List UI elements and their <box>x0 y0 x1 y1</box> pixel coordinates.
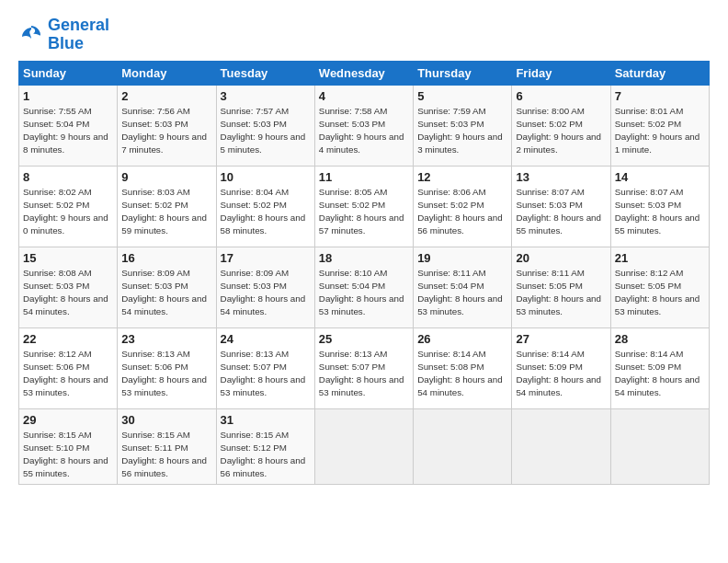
table-row: 7Sunrise: 8:01 AMSunset: 5:02 PMDaylight… <box>610 85 709 166</box>
col-saturday: Saturday <box>610 61 709 85</box>
table-row: 23Sunrise: 8:13 AMSunset: 5:06 PMDayligh… <box>118 327 216 408</box>
day-number: 15 <box>23 251 113 265</box>
page: General Blue Sunday Monday Tuesday Wedne… <box>0 0 728 563</box>
table-row: 29Sunrise: 8:15 AMSunset: 5:10 PMDayligh… <box>19 408 118 485</box>
day-number: 19 <box>417 251 507 265</box>
day-info: Sunrise: 8:03 AMSunset: 5:02 PMDaylight:… <box>121 186 211 238</box>
table-row: 8Sunrise: 8:02 AMSunset: 5:02 PMDaylight… <box>19 166 118 247</box>
calendar-table: Sunday Monday Tuesday Wednesday Thursday… <box>18 61 710 486</box>
day-number: 10 <box>221 170 311 184</box>
col-sunday: Sunday <box>19 61 118 85</box>
table-row: 22Sunrise: 8:12 AMSunset: 5:06 PMDayligh… <box>19 327 118 408</box>
day-number: 7 <box>615 89 705 103</box>
day-info: Sunrise: 8:00 AMSunset: 5:02 PMDaylight:… <box>516 105 606 157</box>
table-row <box>610 408 709 485</box>
day-number: 11 <box>319 170 409 184</box>
day-number: 26 <box>417 332 507 346</box>
calendar-week-row: 29Sunrise: 8:15 AMSunset: 5:10 PMDayligh… <box>19 408 710 485</box>
day-number: 30 <box>121 413 211 427</box>
day-info: Sunrise: 8:15 AMSunset: 5:11 PMDaylight:… <box>121 429 211 481</box>
table-row: 31Sunrise: 8:15 AMSunset: 5:12 PMDayligh… <box>216 408 314 485</box>
day-info: Sunrise: 8:08 AMSunset: 5:03 PMDaylight:… <box>23 267 113 319</box>
day-info: Sunrise: 7:59 AMSunset: 5:03 PMDaylight:… <box>417 105 507 157</box>
day-number: 4 <box>319 89 409 103</box>
day-info: Sunrise: 8:13 AMSunset: 5:06 PMDaylight:… <box>121 348 211 400</box>
calendar-header-row: Sunday Monday Tuesday Wednesday Thursday… <box>19 61 710 85</box>
table-row: 6Sunrise: 8:00 AMSunset: 5:02 PMDaylight… <box>512 85 610 166</box>
day-info: Sunrise: 8:13 AMSunset: 5:07 PMDaylight:… <box>221 348 311 400</box>
table-row: 21Sunrise: 8:12 AMSunset: 5:05 PMDayligh… <box>610 247 709 327</box>
table-row: 10Sunrise: 8:04 AMSunset: 5:02 PMDayligh… <box>216 166 314 247</box>
day-info: Sunrise: 8:05 AMSunset: 5:02 PMDaylight:… <box>319 186 409 238</box>
day-number: 5 <box>417 89 507 103</box>
logo: General Blue <box>18 17 109 53</box>
day-info: Sunrise: 8:04 AMSunset: 5:02 PMDaylight:… <box>221 186 311 238</box>
day-number: 27 <box>516 332 606 346</box>
day-number: 1 <box>23 89 113 103</box>
table-row: 14Sunrise: 8:07 AMSunset: 5:03 PMDayligh… <box>610 166 709 247</box>
logo-icon <box>18 22 44 48</box>
table-row <box>314 408 413 485</box>
day-info: Sunrise: 8:15 AMSunset: 5:12 PMDaylight:… <box>221 429 311 481</box>
day-info: Sunrise: 8:06 AMSunset: 5:02 PMDaylight:… <box>417 186 507 238</box>
table-row: 11Sunrise: 8:05 AMSunset: 5:02 PMDayligh… <box>314 166 413 247</box>
day-number: 2 <box>121 89 211 103</box>
day-info: Sunrise: 8:14 AMSunset: 5:09 PMDaylight:… <box>615 348 705 400</box>
table-row: 2Sunrise: 7:56 AMSunset: 5:03 PMDaylight… <box>118 85 216 166</box>
table-row: 16Sunrise: 8:09 AMSunset: 5:03 PMDayligh… <box>118 247 216 327</box>
day-number: 21 <box>615 251 705 265</box>
table-row: 27Sunrise: 8:14 AMSunset: 5:09 PMDayligh… <box>512 327 610 408</box>
day-number: 20 <box>516 251 606 265</box>
table-row <box>414 408 512 485</box>
header: General Blue <box>18 17 710 53</box>
col-thursday: Thursday <box>414 61 512 85</box>
day-info: Sunrise: 8:07 AMSunset: 5:03 PMDaylight:… <box>615 186 705 238</box>
table-row: 5Sunrise: 7:59 AMSunset: 5:03 PMDaylight… <box>414 85 512 166</box>
table-row: 9Sunrise: 8:03 AMSunset: 5:02 PMDaylight… <box>118 166 216 247</box>
table-row: 3Sunrise: 7:57 AMSunset: 5:03 PMDaylight… <box>216 85 314 166</box>
day-number: 25 <box>319 332 409 346</box>
day-info: Sunrise: 8:14 AMSunset: 5:08 PMDaylight:… <box>417 348 507 400</box>
col-friday: Friday <box>512 61 610 85</box>
day-number: 9 <box>121 170 211 184</box>
table-row: 12Sunrise: 8:06 AMSunset: 5:02 PMDayligh… <box>414 166 512 247</box>
day-number: 22 <box>23 332 113 346</box>
day-number: 18 <box>319 251 409 265</box>
table-row: 26Sunrise: 8:14 AMSunset: 5:08 PMDayligh… <box>414 327 512 408</box>
day-info: Sunrise: 8:02 AMSunset: 5:02 PMDaylight:… <box>23 186 113 238</box>
day-info: Sunrise: 7:57 AMSunset: 5:03 PMDaylight:… <box>221 105 311 157</box>
day-number: 8 <box>23 170 113 184</box>
calendar-week-row: 1Sunrise: 7:55 AMSunset: 5:04 PMDaylight… <box>19 85 710 166</box>
col-wednesday: Wednesday <box>314 61 413 85</box>
day-number: 3 <box>221 89 311 103</box>
day-info: Sunrise: 8:12 AMSunset: 5:06 PMDaylight:… <box>23 348 113 400</box>
table-row: 1Sunrise: 7:55 AMSunset: 5:04 PMDaylight… <box>19 85 118 166</box>
day-number: 14 <box>615 170 705 184</box>
calendar-week-row: 22Sunrise: 8:12 AMSunset: 5:06 PMDayligh… <box>19 327 710 408</box>
day-info: Sunrise: 8:12 AMSunset: 5:05 PMDaylight:… <box>615 267 705 319</box>
day-info: Sunrise: 7:58 AMSunset: 5:03 PMDaylight:… <box>319 105 409 157</box>
day-number: 6 <box>516 89 606 103</box>
table-row: 24Sunrise: 8:13 AMSunset: 5:07 PMDayligh… <box>216 327 314 408</box>
table-row: 4Sunrise: 7:58 AMSunset: 5:03 PMDaylight… <box>314 85 413 166</box>
table-row: 28Sunrise: 8:14 AMSunset: 5:09 PMDayligh… <box>610 327 709 408</box>
table-row <box>512 408 610 485</box>
col-tuesday: Tuesday <box>216 61 314 85</box>
day-number: 17 <box>221 251 311 265</box>
day-info: Sunrise: 7:56 AMSunset: 5:03 PMDaylight:… <box>121 105 211 157</box>
table-row: 19Sunrise: 8:11 AMSunset: 5:04 PMDayligh… <box>414 247 512 327</box>
day-info: Sunrise: 7:55 AMSunset: 5:04 PMDaylight:… <box>23 105 113 157</box>
table-row: 20Sunrise: 8:11 AMSunset: 5:05 PMDayligh… <box>512 247 610 327</box>
day-info: Sunrise: 8:07 AMSunset: 5:03 PMDaylight:… <box>516 186 606 238</box>
day-number: 16 <box>121 251 211 265</box>
day-number: 28 <box>615 332 705 346</box>
day-info: Sunrise: 8:09 AMSunset: 5:03 PMDaylight:… <box>221 267 311 319</box>
day-info: Sunrise: 8:15 AMSunset: 5:10 PMDaylight:… <box>23 429 113 481</box>
col-monday: Monday <box>118 61 216 85</box>
day-info: Sunrise: 8:11 AMSunset: 5:04 PMDaylight:… <box>417 267 507 319</box>
calendar-week-row: 15Sunrise: 8:08 AMSunset: 5:03 PMDayligh… <box>19 247 710 327</box>
table-row: 15Sunrise: 8:08 AMSunset: 5:03 PMDayligh… <box>19 247 118 327</box>
day-number: 23 <box>121 332 211 346</box>
table-row: 25Sunrise: 8:13 AMSunset: 5:07 PMDayligh… <box>314 327 413 408</box>
day-info: Sunrise: 8:14 AMSunset: 5:09 PMDaylight:… <box>516 348 606 400</box>
